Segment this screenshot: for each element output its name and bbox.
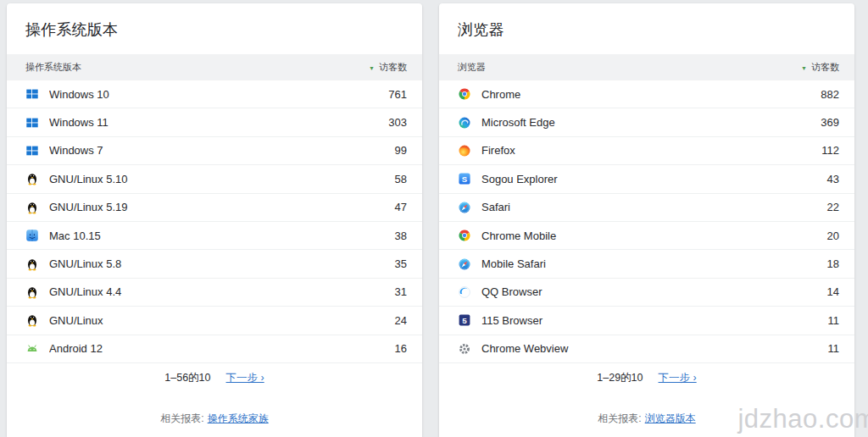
row-value: 11	[828, 342, 840, 355]
mobile-safari-icon	[458, 257, 471, 271]
table-row[interactable]: Chrome Mobile 20	[439, 222, 854, 250]
windows-icon	[25, 87, 39, 101]
table-row[interactable]: 115 Browser 11	[439, 307, 854, 335]
row-label: Windows 11	[49, 116, 388, 129]
sogou-explorer-icon	[458, 172, 471, 185]
row-value: 16	[395, 342, 407, 355]
row-value: 18	[827, 257, 839, 270]
edge-icon	[458, 116, 471, 130]
sort-desc-icon: ▼	[801, 65, 807, 71]
widget-title: 操作系统版本	[7, 3, 422, 54]
table-row[interactable]: GNU/Linux 5.8 35	[7, 250, 422, 278]
android-icon	[25, 342, 39, 356]
related-report-link[interactable]: 浏览器版本	[645, 412, 696, 426]
row-value: 369	[821, 116, 839, 129]
dimension-column-header[interactable]: 浏览器	[458, 61, 486, 74]
table-body: Windows 10 761 Windows 11 303 Windows 7 …	[7, 80, 422, 363]
metric-sort-header[interactable]: ▼ 访客数	[369, 61, 407, 74]
row-value: 31	[395, 285, 407, 298]
table-row[interactable]: Android 12 16	[7, 335, 422, 363]
metric-label: 访客数	[811, 61, 839, 74]
row-value: 761	[388, 88, 407, 101]
table-body: Chrome 882 Microsoft Edge 369 Firefox 11…	[439, 80, 854, 363]
row-label: Chrome	[481, 88, 821, 101]
table-header: 浏览器 ▼ 访客数	[439, 54, 854, 80]
chrome-icon	[458, 87, 471, 101]
row-value: 882	[821, 88, 839, 101]
related-reports-label: 相关报表:	[160, 412, 203, 426]
table-row[interactable]: Firefox 112	[439, 137, 854, 165]
dashboard: 操作系统版本 操作系统版本 ▼ 访客数 Windows 10 761 Windo…	[0, 0, 868, 437]
row-value: 22	[827, 201, 839, 213]
row-label: Safari	[481, 201, 827, 213]
table-row[interactable]: Chrome Webview 11	[439, 335, 854, 363]
dimension-column-header[interactable]: 操作系统版本	[25, 61, 81, 74]
linux-tux-icon	[25, 201, 39, 214]
row-label: Windows 10	[49, 88, 388, 101]
row-label: QQ Browser	[481, 285, 827, 298]
chrome-webview-icon	[458, 342, 471, 356]
related-reports: 相关报表: 浏览器版本	[439, 412, 854, 426]
row-label: GNU/Linux	[49, 314, 395, 327]
linux-tux-icon	[25, 257, 39, 271]
row-label: Android 12	[49, 342, 395, 355]
row-value: 35	[395, 257, 407, 270]
table-row[interactable]: Windows 11 303	[7, 108, 422, 136]
row-label: Windows 7	[49, 144, 395, 157]
table-header: 操作系统版本 ▼ 访客数	[7, 54, 422, 80]
table-row[interactable]: Windows 10 761	[7, 80, 422, 108]
table-row[interactable]: GNU/Linux 5.19 47	[7, 194, 422, 222]
row-value: 47	[395, 201, 407, 213]
table-row[interactable]: Chrome 882	[439, 80, 854, 108]
row-label: GNU/Linux 5.19	[49, 201, 395, 213]
safari-icon	[458, 201, 471, 214]
pagination-range: 1–56的10	[164, 371, 210, 385]
table-row[interactable]: Microsoft Edge 369	[439, 108, 854, 136]
row-label: GNU/Linux 5.8	[49, 257, 395, 270]
row-value: 112	[821, 144, 839, 157]
related-reports: 相关报表: 操作系统家族	[7, 412, 422, 426]
table-row[interactable]: Sogou Explorer 43	[439, 165, 854, 193]
row-label: Chrome Mobile	[481, 230, 827, 242]
row-label: Microsoft Edge	[481, 116, 821, 129]
browser-115-icon	[458, 313, 471, 327]
row-label: GNU/Linux 5.10	[49, 173, 395, 185]
row-value: 11	[828, 314, 840, 327]
firefox-icon	[458, 144, 471, 158]
qq-browser-icon	[458, 285, 471, 299]
linux-tux-icon	[25, 172, 39, 185]
windows-icon	[25, 144, 39, 158]
row-value: 38	[395, 230, 407, 242]
table-row[interactable]: GNU/Linux 24	[7, 307, 422, 335]
next-page-link[interactable]: 下一步 ›	[659, 371, 697, 385]
table-row[interactable]: Mac 10.15 38	[7, 222, 422, 250]
row-label: Mobile Safari	[481, 257, 827, 270]
row-label: GNU/Linux 4.4	[49, 285, 395, 298]
row-value: 20	[827, 230, 839, 242]
related-reports-label: 相关报表:	[598, 412, 641, 426]
table-row[interactable]: Safari 22	[439, 194, 854, 222]
linux-tux-icon	[25, 285, 39, 299]
row-value: 58	[395, 173, 407, 185]
widget-title: 浏览器	[439, 3, 854, 54]
row-value: 14	[827, 285, 839, 298]
related-report-link[interactable]: 操作系统家族	[208, 412, 269, 426]
widget-os-versions: 操作系统版本 操作系统版本 ▼ 访客数 Windows 10 761 Windo…	[7, 3, 422, 437]
metric-sort-header[interactable]: ▼ 访客数	[801, 61, 839, 74]
table-row[interactable]: QQ Browser 14	[439, 279, 854, 307]
next-page-link[interactable]: 下一步 ›	[226, 371, 264, 385]
table-row[interactable]: GNU/Linux 5.10 58	[7, 165, 422, 193]
table-row[interactable]: GNU/Linux 4.4 31	[7, 279, 422, 307]
sort-desc-icon: ▼	[369, 65, 375, 71]
chrome-mobile-icon	[458, 229, 471, 242]
row-label: Chrome Webview	[481, 342, 828, 355]
mac-icon	[25, 229, 39, 242]
row-label: Firefox	[481, 144, 821, 157]
linux-tux-icon	[25, 313, 39, 327]
row-value: 303	[388, 116, 407, 129]
table-row[interactable]: Windows 7 99	[7, 137, 422, 165]
row-value: 99	[395, 144, 407, 157]
table-row[interactable]: Mobile Safari 18	[439, 250, 854, 278]
row-label: Mac 10.15	[49, 230, 395, 242]
pagination: 1–56的10 下一步 ›	[7, 371, 422, 385]
